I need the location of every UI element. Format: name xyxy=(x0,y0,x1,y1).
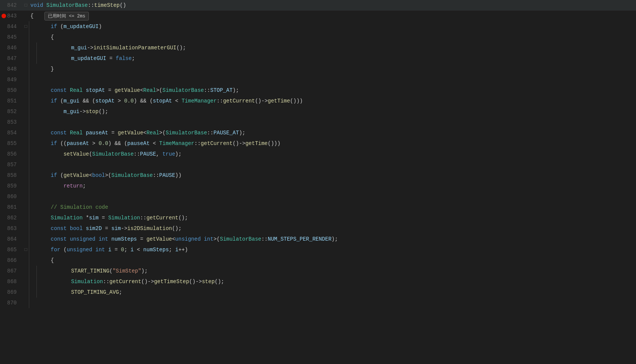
token-punct: , xyxy=(156,151,163,157)
indent-guides xyxy=(29,213,36,223)
token-kw: if xyxy=(38,98,57,104)
indent-guide xyxy=(29,85,29,96)
token-punct: ) && ( xyxy=(108,140,127,147)
token-punct: >( xyxy=(156,87,163,93)
token-var: PAUSE xyxy=(159,172,175,178)
line-number: 867 xyxy=(0,268,23,274)
token-cls: SimulatorBase xyxy=(46,2,88,8)
line-number: 857 xyxy=(0,162,23,168)
indent-guides xyxy=(29,32,36,43)
token-punct xyxy=(67,236,70,242)
token-fn: getValue xyxy=(63,172,89,178)
token-var: i xyxy=(131,247,134,253)
token-punct: ( xyxy=(57,98,63,104)
code-line: 850 const Real stopAt = getValue<Real>(S… xyxy=(0,85,636,96)
token-str: "SimStep" xyxy=(112,268,141,274)
token-punct: :: xyxy=(261,236,268,242)
token-fn: initSimulationParameterGUI xyxy=(93,45,176,51)
indent-guides xyxy=(29,181,36,191)
token-cls: SimulatorBase xyxy=(92,151,134,157)
code-content: void SimulatorBase::timeStep() xyxy=(29,2,636,8)
token-punct: >( xyxy=(213,236,220,242)
indent-guides xyxy=(29,266,44,276)
fold-button[interactable]: □ xyxy=(23,24,29,29)
code-line: 843 { 已用时间 <= 2ms xyxy=(0,11,636,21)
indent-guides xyxy=(29,106,36,117)
code-content: { xyxy=(36,34,636,40)
code-line: 870 xyxy=(0,298,636,308)
code-content: return; xyxy=(36,183,636,189)
token-cmt: // Simulation code xyxy=(38,204,108,210)
token-punct: && ( xyxy=(79,98,95,104)
code-line: 863 const bool sim2D = sim->is2DSimulati… xyxy=(0,223,636,234)
token-punct: = xyxy=(137,236,147,242)
token-cls: Simulation xyxy=(46,279,103,285)
indent-guide xyxy=(29,298,29,308)
indent-guide xyxy=(29,128,29,138)
token-fn: step xyxy=(202,279,215,285)
code-content: STOP_TIMING_AVG; xyxy=(44,289,636,295)
token-cls: Simulation xyxy=(108,215,140,221)
fold-button[interactable]: □ xyxy=(23,247,29,252)
token-var: sim xyxy=(89,215,98,221)
token-var: STOP_AT xyxy=(210,87,233,93)
token-var: sim2D xyxy=(86,225,102,232)
token-var: pauseAt xyxy=(86,130,108,136)
fold-button[interactable]: □ xyxy=(23,3,29,8)
code-content: for (unsigned int i = 0; i < numSteps; i… xyxy=(36,247,636,253)
line-number: 860 xyxy=(0,194,23,200)
token-punct: ; xyxy=(83,183,86,189)
token-var: numSteps xyxy=(111,236,137,242)
code-content: const Real stopAt = getValue<Real>(Simul… xyxy=(36,87,636,93)
token-punct: ; xyxy=(119,289,122,295)
code-content: const Real pauseAt = getValue<Real>(Simu… xyxy=(36,130,636,136)
token-fn: getTime xyxy=(245,140,268,147)
indent-guide xyxy=(29,74,29,85)
line-number: 858 xyxy=(0,172,23,178)
indent-guide xyxy=(29,138,29,149)
line-number: 846 xyxy=(0,45,23,51)
token-punct: > xyxy=(115,98,124,104)
token-punct: (); xyxy=(215,279,224,285)
breakpoint-indicator[interactable] xyxy=(2,14,6,18)
indent-guide xyxy=(29,202,29,213)
token-kw: int xyxy=(95,247,105,253)
line-number: 862 xyxy=(0,215,23,221)
indent-guides xyxy=(29,234,36,244)
token-punct xyxy=(201,236,204,242)
token-punct xyxy=(83,225,86,232)
token-punct: < xyxy=(140,87,143,93)
code-line: 856 setValue(SimulatorBase::PAUSE, true)… xyxy=(0,149,636,159)
token-fn: getValue xyxy=(115,87,140,93)
token-punct: :: xyxy=(153,172,159,178)
token-var: i xyxy=(175,247,178,253)
token-punct: < xyxy=(172,98,181,104)
indent-guide xyxy=(29,96,29,106)
token-punct: ( xyxy=(89,151,92,157)
indent-guide xyxy=(29,213,29,223)
code-content: } xyxy=(36,66,636,72)
indent-guide xyxy=(36,287,37,298)
token-punct xyxy=(67,225,70,232)
line-number: 861 xyxy=(0,204,23,210)
token-punct: (); xyxy=(172,225,181,232)
indent-guide xyxy=(29,234,29,244)
token-punct: ; xyxy=(169,247,175,253)
token-punct: < xyxy=(150,140,159,147)
token-punct: ; xyxy=(124,247,131,253)
token-kw: unsigned xyxy=(67,247,92,253)
line-number: 870 xyxy=(0,300,23,306)
code-content: const bool sim2D = sim->is2DSimulation()… xyxy=(36,225,636,232)
token-kw: unsigned xyxy=(70,236,95,242)
token-punct: :: xyxy=(204,87,210,93)
token-punct: < xyxy=(134,247,143,253)
token-fn: getCurrent xyxy=(201,140,233,147)
token-punct: ()-> xyxy=(233,140,246,147)
code-content: { xyxy=(36,257,636,263)
code-line: 866 { xyxy=(0,255,636,266)
indent-guides xyxy=(29,159,36,170)
line-number: 848 xyxy=(0,66,23,72)
token-fn: getCurrent xyxy=(109,279,141,285)
token-punct: = xyxy=(108,130,118,136)
token-punct: ) && ( xyxy=(134,98,153,104)
